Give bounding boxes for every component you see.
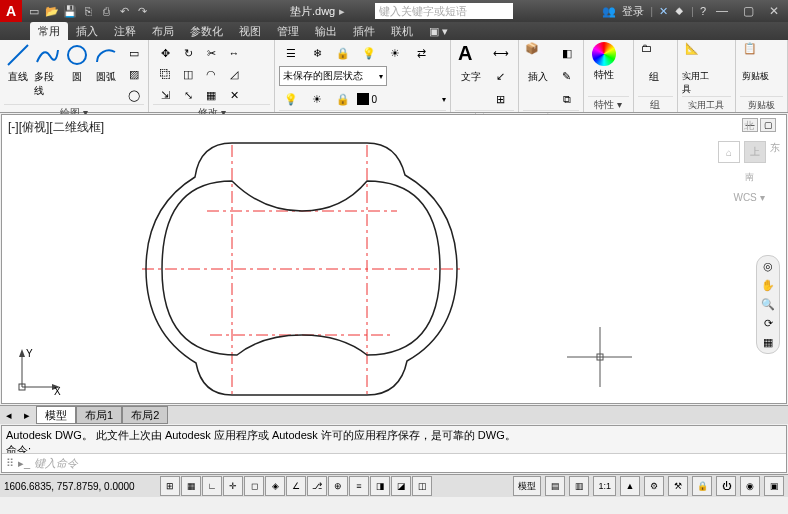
layout-prev-icon[interactable]: ◂	[0, 409, 18, 422]
copy-icon[interactable]: ⿻	[153, 63, 177, 85]
qat-print-icon[interactable]: ⎙	[98, 3, 114, 19]
qat-new-icon[interactable]: ▭	[26, 3, 42, 19]
pan-icon[interactable]: ✋	[761, 279, 775, 292]
annovisibility-toggle[interactable]: ▲	[620, 476, 640, 496]
app-logo[interactable]: A	[0, 0, 22, 22]
circle-button[interactable]: 圆	[63, 42, 91, 84]
ducs-toggle[interactable]: ⎇	[307, 476, 327, 496]
qp-toggle[interactable]: ◪	[391, 476, 411, 496]
extend-icon[interactable]: ↔	[222, 42, 246, 64]
tab-layout2[interactable]: 布局2	[122, 406, 168, 424]
qat-open-icon[interactable]: 📂	[44, 3, 60, 19]
table-icon[interactable]: ⊞	[489, 88, 513, 110]
layer-lock-icon[interactable]: 🔒	[331, 42, 355, 64]
command-input[interactable]: 键入命令	[34, 456, 786, 471]
layer-color-swatch[interactable]	[357, 93, 369, 105]
layer-isolate-icon[interactable]: ☀	[383, 42, 407, 64]
lock-icon[interactable]: 🔒	[331, 88, 355, 110]
layer-freeze-icon[interactable]: ❄	[305, 42, 329, 64]
sun-icon[interactable]: ☀	[305, 88, 329, 110]
annoautoscale-toggle[interactable]: ⚙	[644, 476, 664, 496]
viewcube-home-icon[interactable]: ⌂	[718, 141, 740, 163]
wcs-label[interactable]: WCS ▾	[733, 192, 764, 203]
tab-output[interactable]: 输出	[307, 22, 345, 40]
scale-icon[interactable]: ⤡	[176, 84, 200, 106]
help-icon[interactable]: ?	[700, 5, 706, 17]
orbit-icon[interactable]: ⟳	[764, 317, 773, 330]
dimension-icon[interactable]: ⟷	[489, 42, 513, 64]
stayconnected-icon[interactable]: ⯁	[674, 5, 685, 17]
infocenter-icon[interactable]: 👥	[602, 5, 616, 18]
zoom-icon[interactable]: 🔍	[761, 298, 775, 311]
clean-screen-icon[interactable]: ▣	[764, 476, 784, 496]
tpy-toggle[interactable]: ◨	[370, 476, 390, 496]
erase-icon[interactable]: ✕	[222, 84, 246, 106]
dyn-toggle[interactable]: ⊕	[328, 476, 348, 496]
search-input[interactable]: 键入关键字或短语	[375, 3, 513, 19]
ellipse-icon[interactable]: ◯	[122, 84, 146, 106]
3dosnap-toggle[interactable]: ◈	[265, 476, 285, 496]
showmotion-icon[interactable]: ▦	[763, 336, 773, 349]
mirror-icon[interactable]: ◫	[176, 63, 200, 85]
array-icon[interactable]: ▦	[199, 84, 223, 106]
tab-parametric[interactable]: 参数化	[182, 22, 231, 40]
viewcube-top-icon[interactable]: 上	[744, 141, 766, 163]
move-icon[interactable]: ✥	[153, 42, 177, 64]
isolate-objects-icon[interactable]: ◉	[740, 476, 760, 496]
block-attr-icon[interactable]: ⧉	[555, 88, 579, 110]
create-block-icon[interactable]: ◧	[555, 42, 579, 64]
quickview-drawings-icon[interactable]: ▥	[569, 476, 589, 496]
viewcube-east-icon[interactable]: 东	[770, 141, 780, 163]
otrack-toggle[interactable]: ∠	[286, 476, 306, 496]
exchange-icon[interactable]: ✕	[659, 5, 668, 18]
steering-wheel-icon[interactable]: ◎	[763, 260, 773, 273]
insert-block-button[interactable]: 📦插入	[523, 42, 553, 84]
close-button[interactable]: ✕	[764, 3, 784, 19]
polar-toggle[interactable]: ✛	[223, 476, 243, 496]
layout-next-icon[interactable]: ▸	[18, 409, 36, 422]
tab-online[interactable]: 联机	[383, 22, 421, 40]
edit-block-icon[interactable]: ✎	[555, 65, 579, 87]
group-button[interactable]: 🗀组	[638, 42, 670, 84]
hardware-accel-icon[interactable]: ⏻	[716, 476, 736, 496]
fillet-icon[interactable]: ◠	[199, 63, 223, 85]
panel-group-label[interactable]: 组	[638, 96, 673, 112]
viewcube-south-icon[interactable]: 南	[745, 171, 754, 184]
tab-insert[interactable]: 插入	[68, 22, 106, 40]
bulb-icon[interactable]: 💡	[279, 88, 303, 110]
leader-icon[interactable]: ↙	[489, 65, 513, 87]
osnap-toggle[interactable]: ◻	[244, 476, 264, 496]
snap-toggle[interactable]: ⊞	[160, 476, 180, 496]
layer-state-combo[interactable]: 未保存的图层状态▾	[279, 66, 387, 86]
arc-button[interactable]: 圆弧	[93, 42, 121, 84]
model-space-button[interactable]: 模型	[513, 476, 541, 496]
polyline-button[interactable]: 多段线	[34, 42, 62, 98]
tab-model[interactable]: 模型	[36, 406, 76, 424]
title-dropdown-icon[interactable]: ▸	[339, 5, 345, 18]
panel-prop-label[interactable]: 特性 ▾	[588, 96, 629, 112]
quickview-layouts-icon[interactable]: ▤	[545, 476, 565, 496]
layer-off-icon[interactable]: 💡	[357, 42, 381, 64]
login-button[interactable]: 登录	[622, 4, 644, 19]
workspace-switch-icon[interactable]: ⚒	[668, 476, 688, 496]
command-handle-icon[interactable]: ⠿	[2, 457, 18, 470]
maximize-button[interactable]: ▢	[738, 3, 758, 19]
ortho-toggle[interactable]: ∟	[202, 476, 222, 496]
rectangle-icon[interactable]: ▭	[122, 42, 146, 64]
panel-clip-label[interactable]: 剪贴板	[740, 96, 783, 112]
coordinate-readout[interactable]: 1606.6835, 757.8759, 0.0000	[4, 481, 154, 492]
minimize-button[interactable]: —	[712, 3, 732, 19]
tab-home[interactable]: 常用	[30, 22, 68, 40]
tab-plugins[interactable]: 插件	[345, 22, 383, 40]
layer-props-icon[interactable]: ☰	[279, 42, 303, 64]
sc-toggle[interactable]: ◫	[412, 476, 432, 496]
clipboard-button[interactable]: 📋剪贴板	[740, 42, 772, 83]
layer-match-icon[interactable]: ⇄	[409, 42, 433, 64]
properties-button[interactable]: 特性	[588, 42, 620, 82]
trim-icon[interactable]: ✂	[199, 42, 223, 64]
tab-layout[interactable]: 布局	[144, 22, 182, 40]
qat-saveas-icon[interactable]: ⎘	[80, 3, 96, 19]
chamfer-icon[interactable]: ◿	[222, 63, 246, 85]
tab-layout1[interactable]: 布局1	[76, 406, 122, 424]
drawing-canvas[interactable]: [-][俯视][二维线框] — ▢ Y X	[1, 114, 787, 404]
